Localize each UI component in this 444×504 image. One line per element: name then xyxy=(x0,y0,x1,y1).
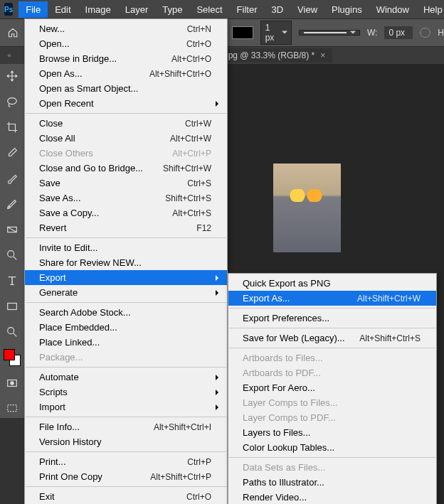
fill-swatch[interactable] xyxy=(232,26,253,39)
type-tool[interactable] xyxy=(3,272,21,290)
menu-view[interactable]: View xyxy=(290,1,324,18)
file-menu-item-separator xyxy=(26,113,226,114)
document-tab-title: jpg @ 33.3% (RGB/8) * xyxy=(226,50,314,60)
export-menu-item-export-for-aero[interactable]: Export For Aero... xyxy=(228,380,436,395)
height-label: H xyxy=(438,28,444,38)
menu-file[interactable]: File xyxy=(18,1,48,18)
file-menu-item-open-as[interactable]: Open As...Alt+Shift+Ctrl+O xyxy=(25,66,227,81)
file-menu-item-new[interactable]: New...Ctrl+N xyxy=(25,21,227,36)
home-icon[interactable] xyxy=(7,26,18,40)
rectangle-tool[interactable] xyxy=(3,297,21,316)
eyedropper-tool[interactable] xyxy=(3,144,21,162)
stroke-style-dropdown[interactable] xyxy=(299,30,360,36)
menu-layer[interactable]: Layer xyxy=(118,1,156,18)
menu-select[interactable]: Select xyxy=(189,1,229,18)
move-tool[interactable] xyxy=(3,67,21,85)
menu-item-label: Quick Export as PNG xyxy=(243,278,421,289)
file-menu-item-browse-in-bridge[interactable]: Browse in Bridge...Alt+Ctrl+O xyxy=(25,51,227,66)
file-menu-item-close-and-go-to-bridge[interactable]: Close and Go to Bridge...Shift+Ctrl+W xyxy=(25,161,227,176)
file-menu-item-automate[interactable]: Automate xyxy=(25,370,227,385)
menu-item-label: New... xyxy=(39,23,187,34)
menu-item-shortcut: Ctrl+P xyxy=(187,457,211,467)
file-menu-item-generate[interactable]: Generate xyxy=(25,285,227,300)
menu-item-label: Layer Comps to PDF... xyxy=(243,412,421,423)
export-menu-item-save-for-web-legacy[interactable]: Save for Web (Legacy)...Alt+Shift+Ctrl+S xyxy=(228,331,436,345)
svg-rect-4 xyxy=(8,304,17,310)
foreground-color-swatch[interactable] xyxy=(4,349,15,360)
file-menu-item-file-info[interactable]: File Info...Alt+Shift+Ctrl+I xyxy=(25,419,227,434)
export-menu-item-render-video[interactable]: Render Video... xyxy=(228,490,436,504)
file-menu-item-exit[interactable]: ExitCtrl+O xyxy=(25,489,227,504)
menu-item-label: Artboards to Files... xyxy=(243,353,421,363)
file-menu-item-place-embedded[interactable]: Place Embedded... xyxy=(25,320,227,335)
file-menu-item-open[interactable]: Open...Ctrl+O xyxy=(25,36,227,51)
link-icon[interactable] xyxy=(420,28,430,38)
crop-tool[interactable] xyxy=(3,118,21,136)
menu-image[interactable]: Image xyxy=(78,1,118,18)
menu-edit[interactable]: Edit xyxy=(48,1,78,18)
export-menu-item-quick-export-as-png[interactable]: Quick Export as PNG xyxy=(228,276,436,291)
file-menu-item-close-all[interactable]: Close AllAlt+Ctrl+W xyxy=(25,131,227,146)
lasso-tool[interactable] xyxy=(3,92,21,111)
gradient-tool[interactable] xyxy=(3,220,21,239)
menu-item-label: Scripts xyxy=(39,387,211,397)
screen-mode-toggle[interactable] xyxy=(3,400,21,418)
menu-item-shortcut: Alt+Shift+Ctrl+P xyxy=(150,472,211,482)
file-menu-item-save-a-copy[interactable]: Save a Copy...Alt+Ctrl+S xyxy=(25,205,227,220)
menu-filter[interactable]: Filter xyxy=(230,1,265,18)
width-value[interactable]: 0 px xyxy=(384,26,413,39)
file-menu-item-print[interactable]: Print...Ctrl+P xyxy=(25,454,227,469)
export-menu-item-export-preferences[interactable]: Export Preferences... xyxy=(228,311,436,326)
menu-window[interactable]: Window xyxy=(369,1,416,18)
file-menu-item-revert[interactable]: RevertF12 xyxy=(25,220,227,235)
export-menu-item-export-as[interactable]: Export As...Alt+Shift+Ctrl+W xyxy=(228,291,436,306)
export-menu-item-layer-comps-to-files: Layer Comps to Files... xyxy=(228,395,436,410)
file-menu-item-search-adobe-stock[interactable]: Search Adobe Stock... xyxy=(25,305,227,320)
svg-point-7 xyxy=(10,381,14,385)
zoom-tool[interactable] xyxy=(3,323,21,341)
export-menu-item-layers-to-files[interactable]: Layers to Files... xyxy=(228,425,436,440)
file-menu-item-place-linked[interactable]: Place Linked... xyxy=(25,335,227,350)
file-menu-item-scripts[interactable]: Scripts xyxy=(25,385,227,400)
menu-item-label: Open as Smart Object... xyxy=(39,83,211,94)
tab-collapse-icon[interactable]: « xyxy=(4,52,14,59)
menu-type[interactable]: Type xyxy=(155,1,189,18)
quick-mask-toggle[interactable] xyxy=(3,374,21,392)
export-menu-item-data-sets-as-files: Data Sets as Files... xyxy=(228,460,436,475)
export-menu-item-color-lookup-tables[interactable]: Color Lookup Tables... xyxy=(228,440,436,455)
svg-point-3 xyxy=(8,251,14,257)
file-menu-item-share-for-review-new[interactable]: Share for Review NEW... xyxy=(25,255,227,270)
menu-item-label: Color Lookup Tables... xyxy=(243,442,421,453)
file-menu-item-save[interactable]: SaveCtrl+S xyxy=(25,176,227,191)
menu-item-label: Export Preferences... xyxy=(243,313,421,323)
file-menu-item-separator xyxy=(26,302,226,303)
menu-item-label: Package... xyxy=(39,352,211,363)
close-icon[interactable]: × xyxy=(320,50,325,60)
file-menu-item-close[interactable]: CloseCtrl+W xyxy=(25,116,227,131)
menu-item-shortcut: Alt+Shift+Ctrl+O xyxy=(149,69,211,79)
file-menu-item-import[interactable]: Import xyxy=(25,400,227,414)
export-menu-item-separator xyxy=(229,348,435,348)
menu-3d[interactable]: 3D xyxy=(264,1,290,18)
menu-plugins[interactable]: Plugins xyxy=(324,1,369,18)
file-menu-item-open-recent[interactable]: Open Recent xyxy=(25,96,227,111)
document-tab[interactable]: jpg @ 33.3% (RGB/8) * × xyxy=(219,48,332,63)
file-menu-item-version-history[interactable]: Version History xyxy=(25,434,227,449)
foreground-background-colors[interactable] xyxy=(3,348,21,367)
stroke-width-dropdown[interactable]: 1 px xyxy=(260,21,292,45)
file-menu-item-open-as-smart-object[interactable]: Open as Smart Object... xyxy=(25,81,227,96)
export-menu-item-paths-to-illustrator[interactable]: Paths to Illustrator... xyxy=(228,475,436,490)
menu-item-shortcut: Alt+Shift+Ctrl+I xyxy=(154,422,211,432)
file-menu-item-print-one-copy[interactable]: Print One CopyAlt+Shift+Ctrl+P xyxy=(25,469,227,484)
menu-item-label: Import xyxy=(39,402,211,412)
menu-help[interactable]: Help xyxy=(416,1,444,18)
brush-tool[interactable] xyxy=(3,169,21,188)
file-menu-item-export[interactable]: Export xyxy=(25,270,227,285)
file-menu-item-save-as[interactable]: Save As...Shift+Ctrl+S xyxy=(25,191,227,205)
svg-rect-8 xyxy=(8,405,17,412)
file-menu-item-invite-to-edit[interactable]: Invite to Edit... xyxy=(25,240,227,255)
dodge-tool[interactable] xyxy=(3,246,21,264)
healing-brush-tool[interactable] xyxy=(3,195,21,213)
menu-item-shortcut: Alt+Shift+Ctrl+W xyxy=(357,294,421,304)
document-image xyxy=(273,163,341,252)
